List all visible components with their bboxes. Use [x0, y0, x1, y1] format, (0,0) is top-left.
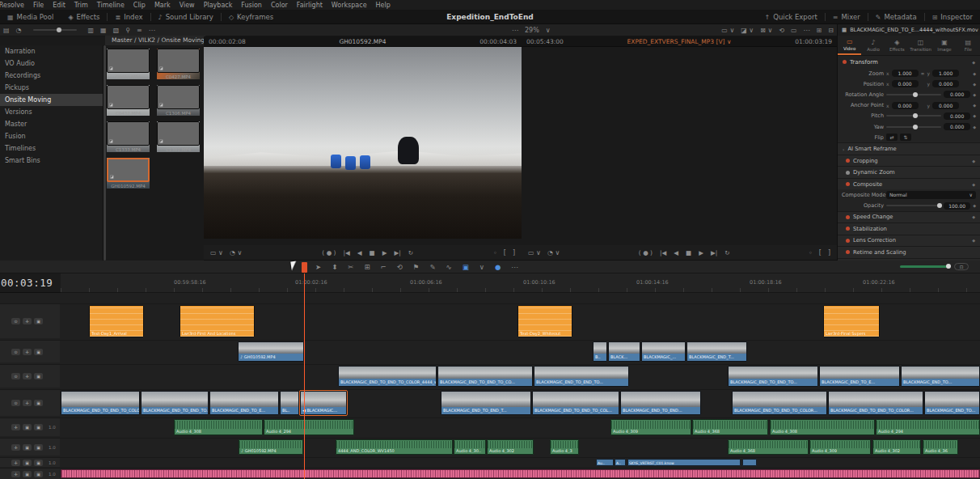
- audio-clip[interactable]: A..: [615, 459, 626, 466]
- media-clip-thumbnail[interactable]: ◪: [107, 121, 150, 146]
- menu-item[interactable]: View: [180, 2, 195, 9]
- inspector-tab[interactable]: ▣ Image: [932, 36, 956, 55]
- audio-clip[interactable]: Audio 4_308: [770, 419, 875, 435]
- audio-clip[interactable]: Audio 4_36: [923, 439, 958, 455]
- audio-clip[interactable]: Audio 4_294: [876, 419, 980, 435]
- media-clip-thumbnail[interactable]: ◪: [157, 121, 200, 146]
- step-back-button[interactable]: ◀: [357, 249, 362, 256]
- metadata-button[interactable]: ✎ Metadata: [868, 13, 924, 21]
- rotation-slider[interactable]: [886, 94, 941, 95]
- media-clip[interactable]: ◪ C0410.MP4: [107, 49, 150, 79]
- timeline-tool-icon[interactable]: ⌐: [381, 263, 387, 271]
- video-clip[interactable]: ♪ GH010592.MP4: [238, 341, 304, 362]
- audio-track-3[interactable]: Au.. A.. SKYE_VRTRGT_C01.know: [0, 457, 980, 467]
- thumbnail-view-icon[interactable]: ▦: [97, 27, 110, 34]
- timeline-ruler[interactable]: 00:59:58:1601:00:02:1601:00:06:1601:00:1…: [61, 273, 980, 293]
- menu-item[interactable]: Color: [271, 2, 288, 9]
- menu-item[interactable]: Fusion: [241, 2, 262, 9]
- keyframe-icon[interactable]: ◆: [972, 60, 975, 65]
- sort-icon[interactable]: ≡: [133, 27, 146, 34]
- timeline-tool-icon[interactable]: ➤: [315, 263, 321, 271]
- audio-clip[interactable]: Audio 4_309: [610, 419, 691, 435]
- inspector-tab[interactable]: ♪ Audio: [861, 36, 885, 55]
- audio-clip[interactable]: Audio 4_3: [550, 439, 579, 455]
- media-clip-thumbnail[interactable]: ◪: [157, 49, 200, 73]
- title-clip[interactable]: Text-Day1_Arrival: [89, 305, 144, 337]
- audio-clip[interactable]: Audio 4_368: [692, 419, 768, 435]
- video-clip[interactable]: BLACKMAGIC_END_TO_E...: [209, 391, 279, 415]
- menu-item[interactable]: Clip: [133, 2, 146, 9]
- flip-vertical-button[interactable]: ⇅: [900, 134, 911, 141]
- timeline-tool-icon[interactable]: ∿: [446, 263, 452, 271]
- bin-item[interactable]: Smart Bins: [0, 155, 103, 167]
- bin-list-scrollbar[interactable]: [103, 45, 106, 261]
- stop-button[interactable]: ■: [370, 249, 375, 256]
- zoom-fit-button[interactable]: ⊡: [954, 263, 969, 270]
- mixer-button[interactable]: ≡ Mixer: [826, 13, 868, 21]
- menu-item[interactable]: File: [33, 2, 44, 9]
- media-clip[interactable]: ◪ C1306.MP4: [157, 85, 200, 116]
- video-clip[interactable]: BL..: [280, 391, 299, 415]
- video-clip[interactable]: BLACK...: [608, 341, 640, 362]
- transform-enable-toggle[interactable]: [843, 60, 847, 64]
- effects-button[interactable]: ◈ Effects: [61, 11, 107, 23]
- audio-clip[interactable]: Audio 4_302: [872, 439, 921, 455]
- keyframe-icon[interactable]: ◆: [972, 214, 975, 219]
- inspector-section[interactable]: Dynamic Zoom: [838, 166, 980, 178]
- bin-item[interactable]: Onsite Moving: [0, 94, 103, 106]
- transform-section-header[interactable]: Transform ◆: [838, 56, 980, 68]
- video-track-4[interactable]: Text-Day1_Arrival Lwr3rd-First And Locat…: [0, 303, 980, 338]
- source-viewer-options-icon[interactable]: ⋯: [509, 27, 522, 34]
- import-media-icon[interactable]: ▤: [0, 27, 13, 34]
- audio-clip[interactable]: Audio 4_308: [174, 419, 263, 435]
- keyframe-icon[interactable]: ◆: [972, 159, 975, 163]
- link-icon[interactable]: ∞: [921, 70, 925, 76]
- anchor-x-field[interactable]: 0.000: [892, 102, 919, 109]
- expander-icon[interactable]: ›: [843, 146, 844, 152]
- media-pool-button[interactable]: ▦ Media Pool: [0, 11, 61, 23]
- media-clip[interactable]: ◪ C1381.MP4: [157, 121, 200, 152]
- media-clip-thumbnail[interactable]: ◪: [107, 158, 150, 182]
- inspector-tab[interactable]: ▤ File: [957, 36, 980, 55]
- loop-button[interactable]: ↻: [408, 249, 413, 256]
- menu-item[interactable]: Edit: [53, 2, 65, 9]
- menu-item[interactable]: Fairlight: [297, 2, 323, 9]
- menu-item[interactable]: Help: [376, 2, 391, 9]
- go-to-end-button[interactable]: ▶|: [711, 249, 717, 256]
- video-clip[interactable]: BLACKMAGIC_END_TO_END_T...: [441, 391, 531, 415]
- video-track-3[interactable]: ♪ GH010592.MP4 B.. BLACK... BLACKMAGIC_.…: [0, 340, 980, 362]
- title-clip[interactable]: Lwr3rd-First And Locations: [180, 305, 255, 337]
- bin-item[interactable]: Fusion: [0, 130, 103, 142]
- stop-button[interactable]: ■: [686, 249, 691, 256]
- inspector-button[interactable]: ⊞ Inspector: [925, 13, 980, 21]
- section-enable-toggle[interactable]: [846, 171, 850, 175]
- timeline-tool-icon[interactable]: ▣: [463, 263, 469, 271]
- audio-clip[interactable]: ♪ GH010592.MP4: [239, 439, 303, 455]
- timeline-name-dropdown[interactable]: EXPED_EXTVERS_FINAL_MP3 [V] ∨: [564, 38, 795, 45]
- sound-library-button[interactable]: ♪ Sound Library: [151, 11, 221, 23]
- more-options-icon[interactable]: ⋯: [146, 27, 158, 34]
- audio-clip[interactable]: Audio 4_302: [487, 439, 534, 455]
- keyframes-button[interactable]: ◇ Keyframes: [222, 11, 281, 23]
- video-clip[interactable]: BLACKMAGIC_END_TO_END_TO_COLOR...: [828, 391, 923, 415]
- audio-clip[interactable]: [742, 459, 757, 466]
- mark-out-button[interactable]: ]: [828, 249, 830, 256]
- video-clip[interactable]: BLACKMAGIC_END_TO_END...: [620, 391, 701, 415]
- bin-item[interactable]: Recordings: [0, 70, 103, 82]
- loop-button[interactable]: ↻: [724, 249, 729, 256]
- media-clip[interactable]: ◪ C1333.MP4: [107, 121, 150, 152]
- video-clip[interactable]: BLACKMAGIC_END_TO_END_TO_COLOR_4444_with…: [338, 366, 437, 387]
- section-enable-toggle[interactable]: [846, 215, 850, 219]
- viewer-more-icon[interactable]: ⋯: [800, 27, 813, 34]
- audio-clip[interactable]: Audio 4_368: [728, 439, 809, 455]
- bin-item[interactable]: Timelines: [0, 142, 103, 155]
- viewer-mode-icon[interactable]: ▭ ∨: [718, 27, 737, 34]
- play-button[interactable]: ▶: [699, 249, 703, 256]
- color-viewer-icon[interactable]: ◪ ∨: [737, 27, 757, 34]
- video-clip[interactable]: BLACKMAGIC_END_TO_END_TO...: [534, 366, 629, 387]
- go-to-end-button[interactable]: ▶|: [394, 249, 400, 256]
- video-clip[interactable]: BLACKMAGIC_END_T...: [686, 341, 747, 362]
- inspector-section[interactable]: Lens Correction ◆: [838, 235, 980, 247]
- media-clip-thumbnail[interactable]: ◪: [157, 85, 200, 109]
- jog-control[interactable]: ( ● ): [639, 249, 653, 256]
